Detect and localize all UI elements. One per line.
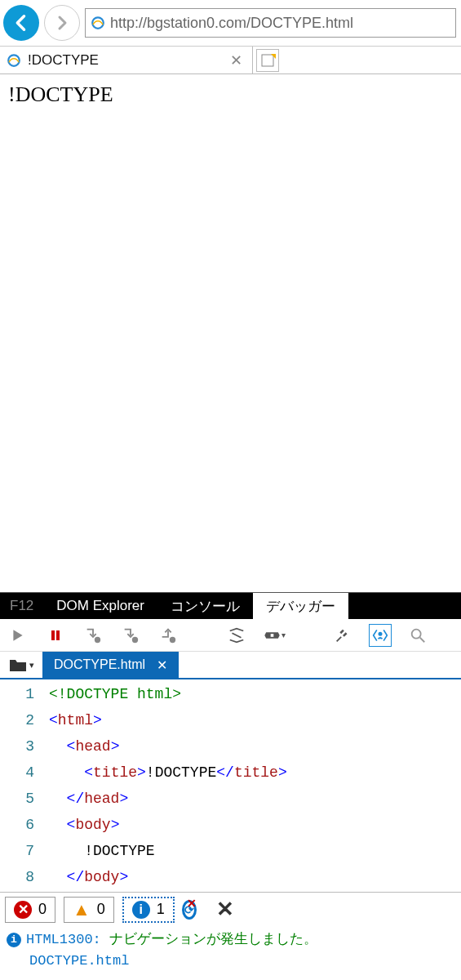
file-close-button[interactable]: ✕ bbox=[157, 657, 167, 673]
clear-button[interactable]: ✕ bbox=[214, 898, 237, 921]
step-out-button[interactable] bbox=[157, 624, 180, 647]
ie-icon bbox=[91, 16, 105, 30]
ie-icon bbox=[7, 53, 21, 68]
line-number: 5 bbox=[0, 786, 49, 812]
back-button[interactable] bbox=[3, 5, 39, 41]
line-content: <title>!DOCTYPE</title> bbox=[49, 760, 287, 786]
console-message: ナビゲーションが発生しました。 bbox=[109, 932, 317, 947]
warnings-count[interactable]: ▲ 0 bbox=[64, 897, 114, 923]
info-icon: i bbox=[132, 901, 150, 919]
nav-bar: http://bgstation0.com/DOCTYPE.html bbox=[0, 0, 461, 47]
line-content: <head> bbox=[49, 733, 119, 760]
svg-point-14 bbox=[379, 632, 381, 635]
line-content: <html> bbox=[49, 707, 102, 733]
svg-rect-6 bbox=[56, 630, 60, 640]
just-my-code-button[interactable] bbox=[369, 624, 392, 647]
warning-icon: ▲ bbox=[73, 899, 91, 920]
info-icon: i bbox=[7, 933, 21, 947]
page-heading: !DOCTYPE bbox=[8, 82, 453, 107]
code-line[interactable]: 6 <body> bbox=[0, 812, 461, 838]
step-into-button[interactable] bbox=[82, 624, 104, 647]
line-number: 7 bbox=[0, 838, 49, 864]
devtools: F12 DOM Explorer コンソール デバッガー ▾ ▾ DOCTYPE… bbox=[0, 592, 461, 980]
forward-button[interactable] bbox=[44, 5, 80, 41]
svg-rect-5 bbox=[51, 630, 55, 640]
line-number: 2 bbox=[0, 707, 49, 733]
svg-line-16 bbox=[420, 637, 425, 642]
url-text[interactable]: http://bgstation0.com/DOCTYPE.html bbox=[110, 15, 450, 32]
tab-title: !DOCTYPE bbox=[28, 52, 220, 69]
line-number: 6 bbox=[0, 812, 49, 838]
info-value: 1 bbox=[157, 901, 165, 918]
line-number: 3 bbox=[0, 733, 49, 760]
step-over-button[interactable] bbox=[119, 624, 142, 647]
line-content: <!DOCTYPE html> bbox=[49, 681, 181, 707]
errors-value: 0 bbox=[38, 901, 47, 918]
continue-button[interactable] bbox=[7, 624, 29, 647]
console-code: HTML1300: bbox=[26, 932, 109, 947]
svg-point-15 bbox=[412, 629, 421, 638]
svg-marker-4 bbox=[13, 630, 22, 641]
line-content: <body> bbox=[49, 812, 119, 838]
code-editor[interactable]: 1<!DOCTYPE html>2<html>3 <head>4 <title>… bbox=[0, 679, 461, 892]
debugger-toolbar: ▾ bbox=[0, 619, 461, 652]
svg-point-8 bbox=[133, 637, 138, 642]
pause-button[interactable] bbox=[44, 624, 67, 647]
code-line[interactable]: 1<!DOCTYPE html> bbox=[0, 681, 461, 707]
line-content: </body> bbox=[49, 864, 128, 890]
console-output: i HTML1300: ナビゲーションが発生しました。 DOCTYPE.html bbox=[0, 926, 461, 980]
file-name: DOCTYPE.html bbox=[54, 657, 145, 672]
tab-dom-explorer[interactable]: DOM Explorer bbox=[43, 593, 157, 619]
open-file-button[interactable]: ▾ bbox=[0, 657, 42, 673]
line-number: 4 bbox=[0, 760, 49, 786]
refresh-button[interactable]: ⟳ ✕ bbox=[183, 898, 206, 921]
svg-point-7 bbox=[95, 637, 100, 642]
error-icon: ✕ bbox=[14, 901, 32, 919]
svg-line-10 bbox=[233, 633, 242, 638]
break-toggle-button[interactable] bbox=[225, 624, 248, 647]
errors-count[interactable]: ✕ 0 bbox=[5, 897, 55, 923]
devtools-tabs: F12 DOM Explorer コンソール デバッガー bbox=[0, 593, 461, 619]
svg-point-9 bbox=[171, 637, 175, 642]
svg-rect-2 bbox=[262, 55, 273, 66]
tab-close-button[interactable]: ✕ bbox=[227, 51, 246, 69]
svg-rect-12 bbox=[271, 634, 274, 637]
file-tab[interactable]: DOCTYPE.html ✕ bbox=[42, 652, 179, 678]
file-tab-row: ▾ DOCTYPE.html ✕ bbox=[0, 652, 461, 679]
line-number: 1 bbox=[0, 681, 49, 707]
code-line[interactable]: 7 !DOCTYPE bbox=[0, 838, 461, 864]
new-tab-button[interactable] bbox=[256, 49, 279, 72]
line-content: </head> bbox=[49, 786, 128, 812]
tab-more[interactable] bbox=[348, 593, 361, 619]
exception-button[interactable]: ▾ bbox=[263, 624, 286, 647]
browser-tab[interactable]: !DOCTYPE ✕ bbox=[0, 47, 253, 74]
code-line[interactable]: 4 <title>!DOCTYPE</title> bbox=[0, 760, 461, 786]
info-count[interactable]: i 1 bbox=[122, 897, 175, 923]
page-content: !DOCTYPE bbox=[0, 74, 461, 592]
code-line[interactable]: 2<html> bbox=[0, 707, 461, 733]
f12-label: F12 bbox=[0, 593, 43, 619]
pretty-print-button[interactable] bbox=[406, 624, 429, 647]
console-file-link[interactable]: DOCTYPE.html bbox=[7, 951, 454, 972]
code-line[interactable]: 3 <head> bbox=[0, 733, 461, 760]
svg-line-13 bbox=[337, 636, 342, 641]
tab-console[interactable]: コンソール bbox=[157, 593, 253, 619]
code-line[interactable]: 5 </head> bbox=[0, 786, 461, 812]
code-line[interactable]: 8 </body> bbox=[0, 864, 461, 890]
status-bar: ✕ 0 ▲ 0 i 1 ⟳ ✕ ✕ bbox=[0, 892, 461, 926]
tab-bar: !DOCTYPE ✕ bbox=[0, 47, 461, 74]
line-content: !DOCTYPE bbox=[49, 838, 155, 864]
disconnect-button[interactable] bbox=[331, 624, 354, 647]
address-bar[interactable]: http://bgstation0.com/DOCTYPE.html bbox=[85, 8, 456, 38]
tab-debugger[interactable]: デバッガー bbox=[253, 593, 348, 619]
warnings-value: 0 bbox=[97, 901, 105, 918]
line-number: 8 bbox=[0, 864, 49, 890]
